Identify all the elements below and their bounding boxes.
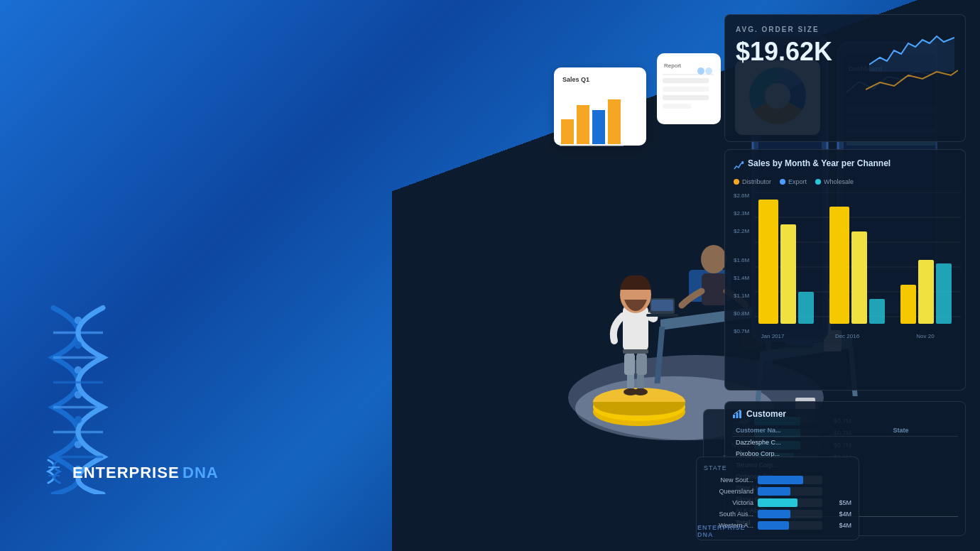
svg-rect-103: [918, 260, 934, 324]
svg-rect-83: [663, 95, 709, 100]
legend-wholesale: Wholesale: [815, 178, 854, 185]
sales-legend: Distributor Export Wholesale: [734, 178, 957, 185]
center-section: SALES Dashboard Sales Q1: [369, 0, 710, 551]
svg-rect-76: [608, 99, 621, 144]
edna-watermark: ENTERPRISE DNA: [697, 524, 746, 538]
svg-point-23: [633, 388, 648, 395]
bar-chart-container: $2.6M $2.3M $2.2M $1.6M $1.4M $1.1M $0.8…: [734, 192, 957, 356]
svg-rect-73: [561, 119, 574, 144]
svg-point-11: [75, 441, 82, 449]
svg-rect-30: [624, 354, 635, 375]
col-state: State: [890, 425, 958, 437]
svg-rect-99: [829, 207, 849, 324]
logo-dna-icon: [43, 459, 65, 487]
col-customer-name: Customer Na...: [732, 425, 890, 437]
svg-rect-74: [577, 105, 589, 144]
svg-rect-75: [592, 110, 605, 144]
svg-rect-101: [869, 299, 885, 324]
svg-rect-96: [758, 200, 778, 324]
sales-card-title: Sales by Month & Year per Channel: [748, 158, 891, 168]
customer-card-title: Customer: [732, 409, 958, 419]
svg-point-10: [75, 416, 82, 424]
svg-rect-31: [636, 354, 647, 375]
state-panel-label: STATE: [704, 464, 851, 471]
logo-text: ENTERPRISE DNA: [72, 464, 219, 482]
svg-rect-97: [780, 224, 796, 324]
svg-rect-81: [663, 78, 709, 83]
avg-order-card: AVG. ORDER SIZE $19.62K: [724, 14, 966, 142]
bar-chart-svg: Jan 2017 Dec 2016 Nov 20: [755, 192, 961, 342]
legend-export: Export: [780, 178, 807, 185]
svg-rect-82: [663, 87, 709, 92]
main-container: ENTERPRISE DNA: [0, 0, 980, 551]
chart-line-icon: [734, 161, 744, 171]
svg-rect-102: [900, 285, 916, 324]
brand-logo: ENTERPRISE DNA: [43, 459, 219, 487]
svg-point-7: [75, 342, 82, 349]
svg-rect-104: [936, 263, 952, 324]
svg-rect-100: [851, 231, 867, 324]
sales-card-header: Sales by Month & Year per Channel: [734, 158, 957, 174]
svg-text:Report: Report: [664, 62, 682, 69]
y-axis-labels: $2.6M $2.3M $2.2M $1.6M $1.4M $1.1M $0.8…: [734, 192, 749, 334]
svg-point-6: [75, 317, 82, 324]
svg-point-8: [75, 366, 82, 374]
left-section: ENTERPRISE DNA: [0, 0, 369, 551]
table-row: Dazzlesphe C...: [732, 437, 958, 449]
svg-rect-108: [733, 415, 735, 418]
state-row-vic: Victoria $5M: [704, 498, 851, 507]
svg-rect-29: [623, 349, 648, 354]
sparkline-secondary: [866, 65, 958, 97]
state-row-qld: Queensland: [704, 487, 851, 496]
svg-point-85: [697, 67, 704, 75]
svg-rect-98: [798, 292, 814, 324]
svg-rect-26: [651, 300, 673, 311]
svg-rect-109: [736, 413, 739, 418]
state-row-nsw: New Sout...: [704, 476, 851, 484]
svg-text:Nov 20: Nov 20: [916, 333, 935, 339]
svg-text:Sales Q1: Sales Q1: [562, 76, 589, 83]
svg-rect-27: [646, 314, 678, 317]
svg-point-9: [75, 391, 82, 399]
svg-text:Jan 2017: Jan 2017: [761, 333, 785, 339]
svg-text:Dec 2016: Dec 2016: [835, 333, 860, 339]
svg-rect-110: [739, 410, 741, 418]
state-row-sa: South Aus... $4M: [704, 510, 851, 518]
table-header-row: Customer Na... State: [732, 425, 958, 437]
svg-rect-84: [663, 104, 691, 109]
customer-chart-icon: [732, 409, 742, 419]
legend-distributor: Distributor: [734, 178, 771, 185]
sales-month-card: Sales by Month & Year per Channel Distri…: [724, 149, 966, 391]
